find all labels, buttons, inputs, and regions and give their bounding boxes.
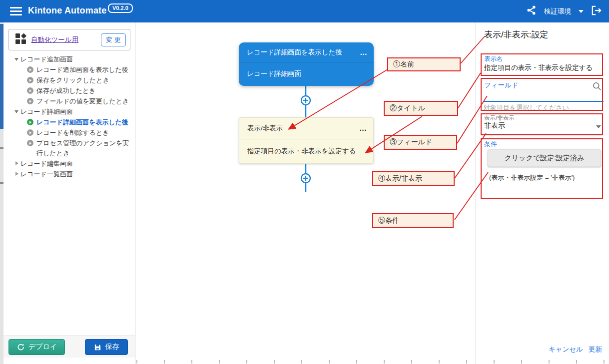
trigger-node-body: レコード詳細画面 [239,62,374,85]
sidebar: 自動化ツール用 変 更 レコード追加画面 レコード追加画面を表示した後 保存をク… [3,22,135,364]
app-title: Kintone Automate [28,5,107,16]
tree-item[interactable]: フィールドの値を変更したとき [3,96,135,106]
play-circle-icon [27,129,33,136]
play-circle-icon [27,66,33,73]
top-header: Kintone Automate V0.2.0 検証環境 [0,0,609,22]
floppy-disk-icon [94,344,101,351]
display-name-label: 表示名 [484,55,503,63]
version-badge: V0.2.0 [108,3,133,13]
visibility-select-value[interactable]: 非表示 [484,121,505,130]
node-menu-icon[interactable]: … [360,42,368,62]
condition-expression: (表示・非表示設定 = '非表示') [489,173,575,182]
logout-icon[interactable] [591,5,602,17]
tree-group-record-edit[interactable]: レコード編集画面 [3,158,135,169]
chevron-down-icon[interactable] [596,125,601,128]
action-node-header: 表示/非表示 … [239,118,373,139]
action-node-body: 指定項目の表示・非表示を設定する [239,139,373,163]
add-step-icon [301,96,310,105]
annotation-title: ②タイトル [384,101,458,116]
condition-label: 条件 [484,140,497,149]
trigger-node[interactable]: レコード詳細画面を表示した後 … レコード詳細画面 [239,42,374,86]
event-tree: レコード追加画面 レコード追加画面を表示した後 保存をクリックしたとき 保存が成… [3,54,135,179]
app-grid-icon [15,33,26,46]
field-placeholder: 対象項目を選択してください [484,103,569,112]
panel-title: 表示/非表示:設定 [484,29,548,40]
tree-item[interactable]: 保存をクリックしたとき [3,75,135,85]
update-link[interactable]: 更新 [589,345,602,354]
trigger-node-header: レコード詳細画面を表示した後 … [239,42,374,62]
sidebar-footer: デプロイ 保存 [3,336,135,358]
tree-item[interactable]: レコードを削除するとき [3,127,135,138]
tree-group-record-add[interactable]: レコード追加画面 [3,54,135,64]
app-name-link[interactable]: 自動化ツール用 [31,35,78,44]
tree-item[interactable]: プロセス管理のアクションを実行したとき [3,138,135,158]
play-circle-icon [27,98,33,104]
header-right-group: 検証環境 [526,0,602,22]
flow-canvas: レコード詳細画面を表示した後 … レコード詳細画面 表示/非表示 … 指定項目の… [135,22,476,364]
tree-group-record-list[interactable]: レコード一覧画面 [3,169,135,179]
tree-item-selected[interactable]: レコード詳細画面を表示した後 [3,117,135,127]
app-selector-box: 自動化ツール用 変 更 [8,29,130,50]
annotation-name: ①名前 [387,57,461,71]
save-button[interactable]: 保存 [85,339,128,355]
field-input-underline[interactable] [483,101,604,102]
play-circle-icon-green [27,119,33,125]
share-icon[interactable] [526,5,537,17]
add-step-icon [301,174,310,183]
tree-item[interactable]: レコード追加画面を表示した後 [3,64,135,75]
play-circle-icon [27,87,33,94]
cancel-link[interactable]: キャンセル [549,345,583,354]
environment-name[interactable]: 検証環境 [544,7,571,16]
action-node[interactable]: 表示/非表示 … 指定項目の表示・非表示を設定する [239,117,374,164]
chevron-right-icon [15,161,18,165]
chevron-right-icon [15,172,18,176]
field-label: フィールド [484,81,519,90]
annotation-field: ③フィールド [384,135,457,150]
left-edge-strip [0,22,3,364]
search-icon[interactable] [592,81,602,93]
tree-item[interactable]: 保存が成功したとき [3,85,135,96]
chevron-down-icon [14,110,18,113]
chevron-down-icon [14,58,18,61]
annotation-visibility: ④表示/非表示 [372,171,455,186]
play-circle-icon [27,140,33,146]
condition-underline [483,194,601,194]
change-app-button[interactable]: 変 更 [101,33,126,46]
tree-group-record-detail[interactable]: レコード詳細画面 [3,106,135,117]
environment-caret-icon[interactable] [579,10,584,13]
kintone-automate-app: Kintone Automate V0.2.0 検証環境 自動化ツール用 変 更 [0,0,609,364]
node-menu-icon[interactable]: … [359,118,367,139]
settings-panel: 表示/非表示:設定 表示名 指定項目の表示・非表示を設定する フィールド 対象項… [476,22,609,364]
play-circle-icon [27,77,33,83]
visibility-underline [483,134,604,134]
visibility-label: 表示/非表示 [484,114,515,122]
hamburger-menu-icon[interactable] [10,7,22,15]
condition-set-button[interactable]: クリックで設定:設定済み [488,149,601,167]
deploy-button[interactable]: デプロイ [8,339,65,355]
sync-icon [16,343,24,351]
display-name-value[interactable]: 指定項目の表示・非表示を設定する [484,63,593,72]
annotation-condition: ⑤条件 [372,213,454,228]
